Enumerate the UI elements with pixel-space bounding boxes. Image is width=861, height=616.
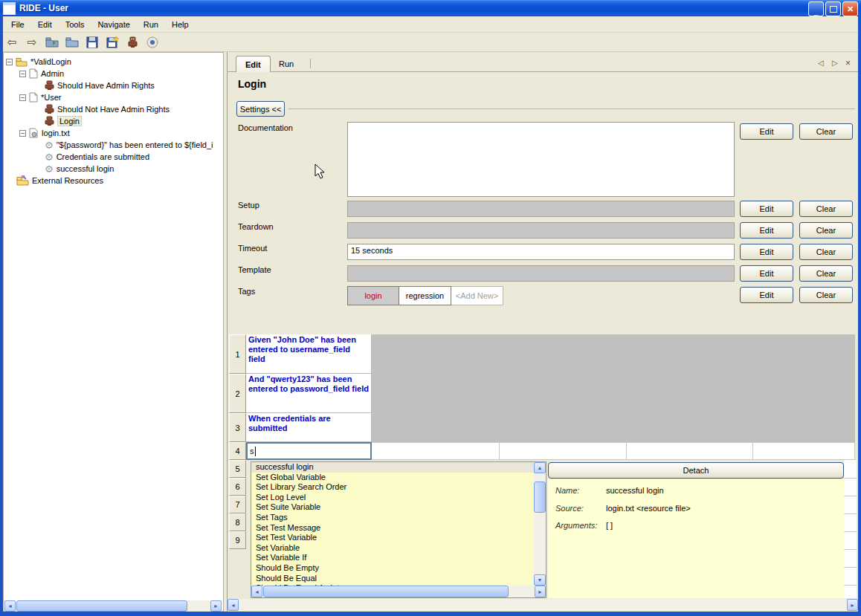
maximize-button[interactable]	[825, 1, 841, 16]
tree-item-should-not-have-admin-rights[interactable]: Should Not Have Admin Rights	[45, 103, 170, 115]
tags-clear-button[interactable]: Clear	[799, 287, 853, 303]
tree-item-user[interactable]: – *User	[19, 91, 62, 103]
tree-item-password-keyword[interactable]: ⚙ "${password}" has been entered to ${fi…	[45, 139, 213, 151]
menu-navigate[interactable]: Navigate	[91, 18, 136, 31]
scroll-thumb[interactable]	[534, 482, 546, 513]
detach-button[interactable]: Detach	[548, 462, 844, 479]
settings-toggle-button[interactable]: Settings <<	[236, 101, 285, 117]
popup-hscrollbar[interactable]: ◄ ►	[251, 586, 546, 597]
row-header-5[interactable]: 5	[229, 460, 246, 478]
editor-hscrollbar[interactable]: ◄ ►	[228, 599, 858, 611]
tab-run[interactable]: Run	[270, 56, 303, 71]
collapse-icon[interactable]: –	[19, 71, 26, 77]
tree-item-login-txt[interactable]: – login.txt	[19, 127, 70, 139]
popup-vscrollbar[interactable]: ▲ ▼	[534, 462, 546, 586]
tag-regression[interactable]: regression	[399, 286, 451, 305]
tab-edit[interactable]: Edit	[236, 56, 271, 72]
tree-item-validlogin[interactable]: – *ValidLogin	[6, 56, 71, 68]
collapse-icon[interactable]: –	[6, 59, 13, 65]
completion-item[interactable]: Set Variable If	[251, 553, 534, 563]
completion-item[interactable]: Set Suite Variable	[251, 502, 534, 513]
scroll-down-icon[interactable]: ▼	[534, 574, 546, 586]
tree-item-credentials-keyword[interactable]: ⚙ Credentials are submitted	[45, 151, 149, 163]
scroll-thumb[interactable]	[16, 600, 187, 612]
tags-edit-button[interactable]: Edit	[740, 287, 793, 303]
close-button[interactable]: ✕	[842, 1, 858, 16]
completion-item[interactable]: Set Global Variable	[251, 473, 534, 483]
grid-cell[interactable]	[627, 442, 753, 460]
menu-run[interactable]: Run	[137, 18, 165, 31]
timeout-field[interactable]: 15 seconds	[347, 244, 735, 260]
completion-item[interactable]: Set Test Message	[251, 523, 534, 534]
back-icon[interactable]: ⇦	[4, 35, 19, 50]
scroll-right-icon[interactable]: ►	[210, 600, 222, 612]
completion-item[interactable]: Set Tags	[251, 513, 534, 523]
grid-selection-area[interactable]	[372, 334, 855, 460]
active-edit-cell[interactable]: s	[246, 442, 372, 460]
grid-cell[interactable]	[372, 442, 500, 460]
tab-close-icon[interactable]: ×	[845, 58, 851, 68]
open-directory-icon[interactable]	[65, 35, 80, 50]
row-header-6[interactable]: 6	[229, 478, 246, 496]
scroll-left-icon[interactable]: ◄	[4, 600, 16, 612]
grid-cell[interactable]	[500, 442, 627, 460]
row-header-9[interactable]: 9	[229, 531, 246, 549]
tree-item-admin[interactable]: – Admin	[19, 68, 64, 80]
menu-help[interactable]: Help	[165, 18, 196, 31]
save-icon[interactable]	[85, 35, 100, 50]
template-edit-button[interactable]: Edit	[740, 265, 793, 282]
row-header-3[interactable]: 3	[229, 413, 246, 442]
menu-file[interactable]: File	[4, 18, 31, 31]
tree-item-should-have-admin-rights[interactable]: Should Have Admin Rights	[45, 80, 155, 91]
row-header-8[interactable]: 8	[229, 513, 246, 531]
tree-item-login[interactable]: Login	[45, 115, 82, 127]
completion-item[interactable]: Set Variable	[251, 543, 534, 554]
tag-login[interactable]: login	[347, 286, 399, 305]
scroll-thumb[interactable]	[263, 586, 509, 597]
menu-edit[interactable]: Edit	[31, 18, 59, 31]
row-header-7[interactable]: 7	[229, 496, 246, 513]
completion-item-selected[interactable]: successful login	[251, 462, 534, 473]
tag-add-new[interactable]: <Add New>	[451, 286, 503, 305]
tab-scroll-left-icon[interactable]: ◁	[818, 59, 824, 67]
scroll-left-icon[interactable]: ◄	[228, 599, 239, 611]
completion-item[interactable]: Should Be Empty	[251, 563, 534, 574]
row-header-4[interactable]: 4	[229, 442, 246, 460]
collapse-icon[interactable]: –	[19, 94, 26, 101]
setup-clear-button[interactable]: Clear	[799, 201, 853, 217]
robot-icon[interactable]	[125, 35, 140, 50]
setup-edit-button[interactable]: Edit	[740, 201, 793, 217]
tree-item-external-resources[interactable]: External Resources	[16, 175, 103, 187]
step-cell-2[interactable]: And "qwerty123" has been entered to pass…	[246, 374, 372, 413]
tab-scroll-right-icon[interactable]: ▷	[832, 59, 838, 67]
completion-item[interactable]: Set Library Search Order	[251, 482, 534, 493]
template-clear-button[interactable]: Clear	[799, 265, 853, 282]
menu-tools[interactable]: Tools	[59, 18, 91, 31]
grid-cell[interactable]	[753, 442, 855, 460]
tree-item-successful-login-keyword[interactable]: ⚙ successful login	[45, 163, 114, 175]
teardown-clear-button[interactable]: Clear	[799, 222, 853, 239]
row-header-2[interactable]: 2	[229, 374, 246, 413]
documentation-field[interactable]	[347, 122, 735, 197]
completion-item[interactable]: Set Test Variable	[251, 533, 534, 543]
scroll-left-icon[interactable]: ◄	[251, 586, 262, 597]
tree-hscrollbar[interactable]: ◄ ►	[4, 600, 222, 612]
row-header-1[interactable]: 1	[229, 334, 246, 374]
scroll-up-icon[interactable]: ▲	[534, 462, 546, 473]
forward-icon[interactable]: ⇨	[25, 35, 39, 50]
documentation-edit-button[interactable]: Edit	[740, 123, 793, 140]
step-cell-1[interactable]: Given "John Doe" has been entered to use…	[246, 334, 372, 374]
scroll-right-icon[interactable]: ►	[847, 599, 858, 611]
timeout-clear-button[interactable]: Clear	[799, 244, 853, 260]
completion-item[interactable]: Should Be Equal	[251, 574, 534, 584]
completion-item[interactable]: Set Log Level	[251, 493, 534, 503]
open-test-suite-icon[interactable]	[45, 35, 59, 50]
scroll-right-icon[interactable]: ►	[535, 586, 546, 597]
stop-icon[interactable]	[145, 35, 160, 50]
save-all-icon[interactable]	[105, 35, 120, 50]
teardown-edit-button[interactable]: Edit	[740, 222, 793, 239]
step-cell-3[interactable]: When credentials are submitted	[246, 413, 372, 442]
documentation-clear-button[interactable]: Clear	[799, 123, 853, 140]
timeout-edit-button[interactable]: Edit	[740, 244, 793, 260]
minimize-button[interactable]: _	[808, 1, 824, 16]
